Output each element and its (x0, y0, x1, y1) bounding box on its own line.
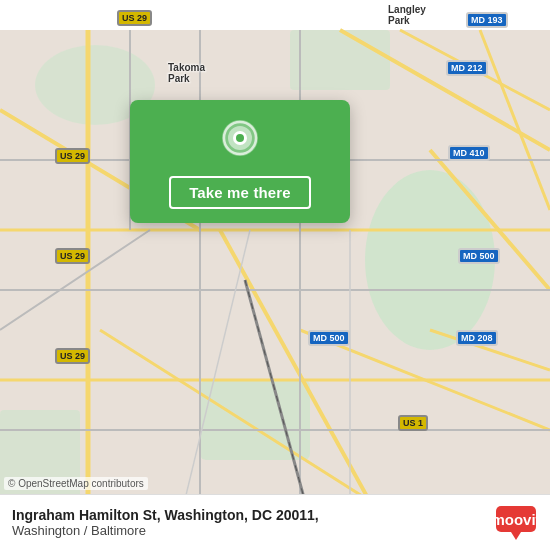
shield-us1: US 1 (398, 415, 428, 431)
shield-md212: MD 212 (446, 60, 488, 76)
svg-rect-5 (290, 30, 390, 90)
address-line2: Washington / Baltimore (12, 523, 319, 538)
moovit-logo-svg: moovit (494, 504, 538, 542)
label-takoma-park: TakomaPark (168, 62, 205, 84)
address-block: Ingraham Hamilton St, Washington, DC 200… (12, 507, 319, 538)
location-card: Take me there (130, 100, 350, 223)
moovit-logo: moovit (494, 504, 538, 542)
take-me-there-button[interactable]: Take me there (169, 176, 311, 209)
shield-md500-b: MD 500 (308, 330, 350, 346)
shield-us29-bot: US 29 (55, 348, 90, 364)
shield-md208: MD 208 (456, 330, 498, 346)
svg-text:moovit: moovit (494, 511, 538, 528)
osm-attribution: © OpenStreetMap contributors (4, 477, 148, 490)
shield-us29-mid2: US 29 (55, 248, 90, 264)
shield-us29-mid: US 29 (55, 148, 90, 164)
shield-us29-top: US 29 (117, 10, 152, 26)
map-pin-icon (216, 118, 264, 166)
shield-md500-r: MD 500 (458, 248, 500, 264)
shield-md193: MD 193 (466, 12, 508, 28)
info-bar: Ingraham Hamilton St, Washington, DC 200… (0, 494, 550, 550)
address-line1: Ingraham Hamilton St, Washington, DC 200… (12, 507, 319, 523)
svg-point-32 (236, 134, 244, 142)
map-background (0, 0, 550, 550)
label-langley-park: LangleyPark (388, 4, 426, 26)
svg-marker-36 (511, 532, 521, 540)
svg-rect-2 (200, 380, 310, 460)
shield-md410: MD 410 (448, 145, 490, 161)
map-container: US 29 US 29 US 29 US 29 MD 193 MD 212 MD… (0, 0, 550, 550)
